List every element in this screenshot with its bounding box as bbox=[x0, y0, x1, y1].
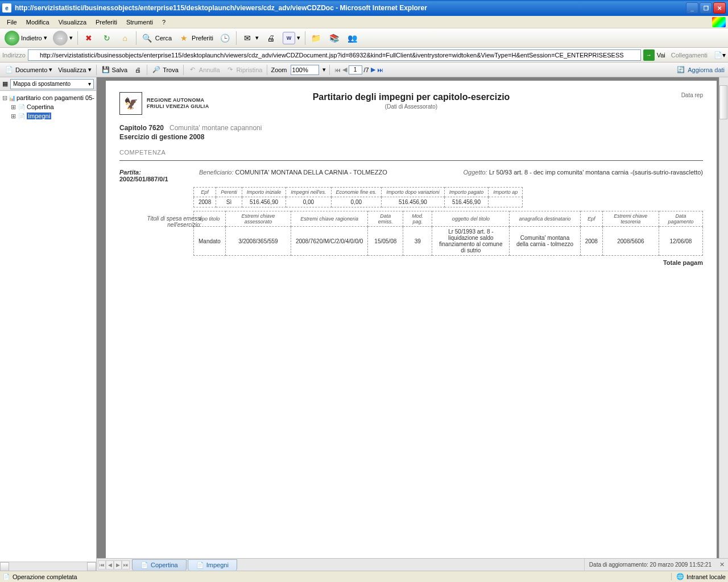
forward-icon: → bbox=[53, 31, 68, 45]
viewer-vscroll[interactable] bbox=[719, 77, 728, 562]
tab-impegni[interactable]: 📄Impegni bbox=[188, 559, 237, 571]
menu-modifica[interactable]: Modifica bbox=[22, 18, 54, 27]
nav-dropdown[interactable]: Mappa di spostamento▾ bbox=[10, 79, 94, 89]
intranet-icon: 🌐 bbox=[676, 573, 684, 580]
address-input[interactable] bbox=[28, 49, 641, 61]
address-label: Indirizzo bbox=[2, 52, 26, 59]
word-icon: W bbox=[283, 32, 295, 44]
status-text: Operazione completata bbox=[13, 573, 77, 580]
annulla-button: ↶Annulla bbox=[187, 65, 221, 74]
mail-icon: ✉ bbox=[241, 32, 254, 44]
collegamenti-label[interactable]: Collegamenti bbox=[668, 52, 711, 59]
nav-hscroll[interactable] bbox=[0, 562, 96, 571]
tab-next-button[interactable]: ▶ bbox=[114, 560, 122, 569]
visualizza-menu[interactable]: Visualizza ▾ bbox=[57, 66, 92, 73]
refresh-button[interactable]: ↻ bbox=[98, 31, 115, 45]
tab-icon: 📄 bbox=[196, 562, 204, 569]
titoli-label: Titoli di spesa emessi nell'esercizio: bbox=[133, 215, 201, 228]
totale-label: Totale pagam bbox=[119, 259, 703, 266]
menu-file[interactable]: File bbox=[2, 18, 22, 27]
security-zone: 🌐Intranet locale bbox=[671, 573, 726, 580]
menu-help[interactable]: ? bbox=[158, 18, 170, 27]
prev-page-button[interactable]: ◀ bbox=[342, 66, 347, 73]
report-subtitle: (Dati di Assessorato) bbox=[313, 103, 510, 110]
tab-prev-button[interactable]: ◀ bbox=[106, 560, 114, 569]
benef-value: COMUNITA' MONTANA DELLA CARNIA - TOLMEZZ… bbox=[235, 169, 387, 176]
tree-copertina[interactable]: ⊞📄Copertina bbox=[2, 102, 94, 111]
favorites-button[interactable]: ★Preferiti bbox=[175, 31, 216, 45]
detail-table: tipo titolo Estremi chiave assessorato E… bbox=[193, 211, 703, 256]
navigation-panel: ▦ Mappa di spostamento▾ ⊟📊partitario con… bbox=[0, 77, 97, 571]
competenza-label: COMPETENZA bbox=[119, 149, 703, 156]
minimize-button[interactable]: _ bbox=[686, 2, 698, 14]
find-icon: 🔎 bbox=[152, 65, 161, 74]
esercizio-label: Esercizio di gestione 2008 bbox=[119, 133, 703, 141]
tree-root[interactable]: ⊟📊partitario con pagamenti 05- bbox=[2, 93, 94, 102]
vai-label[interactable]: Vai bbox=[657, 52, 665, 59]
go-button[interactable]: → bbox=[643, 49, 655, 61]
star-icon: ★ bbox=[177, 32, 190, 44]
stop-button[interactable]: ✖ bbox=[80, 31, 97, 45]
mail-button[interactable]: ✉▾ bbox=[239, 31, 261, 45]
updated-label: Data di aggiornamento: 20 marzo 2009 11:… bbox=[584, 559, 716, 571]
tab-first-button[interactable]: ⏮ bbox=[98, 560, 106, 569]
search-button[interactable]: 🔍Cerca bbox=[139, 31, 174, 45]
menu-preferiti[interactable]: Preferiti bbox=[91, 18, 122, 27]
capitolo-label: Capitolo 7620 bbox=[119, 124, 164, 132]
page-input[interactable] bbox=[349, 65, 362, 74]
next-page-button[interactable]: ▶ bbox=[371, 66, 375, 73]
redo-icon: ↷ bbox=[226, 65, 235, 74]
print-button[interactable]: 🖨 bbox=[262, 31, 279, 45]
aggiorna-button[interactable]: 🔄Aggiorna dati bbox=[676, 65, 725, 74]
tool3-button[interactable]: 👥 bbox=[344, 31, 361, 45]
back-button[interactable]: ←Indietro ▾ bbox=[2, 30, 49, 47]
nav-toggle-icon[interactable]: ▦ bbox=[2, 80, 8, 88]
folder-icon: 📁 bbox=[310, 32, 322, 44]
undo-icon: ↶ bbox=[188, 65, 197, 74]
edit-button[interactable]: W▾ bbox=[280, 31, 303, 45]
window-title: http://servizistatistici/businessobjects… bbox=[15, 4, 686, 12]
partita-value: 2002/501/887/0/1 bbox=[119, 176, 188, 182]
document-icon: 📄 bbox=[5, 65, 14, 74]
region-name: REGIONE AUTONOMAFRIULI VENEZIA GIULIA bbox=[147, 97, 209, 110]
tab-copertina[interactable]: 📄Copertina bbox=[132, 559, 187, 571]
table-row: 2008 Sì 516.456,90 0,00 0,00 516.456,90 … bbox=[194, 197, 523, 207]
ms-logo-icon bbox=[712, 17, 726, 27]
table-row: Mandato 3/2008/365/559 2008/7620/M/C/2/0… bbox=[194, 227, 703, 256]
pdf-icon[interactable]: 📄▾ bbox=[713, 49, 726, 61]
salva-button[interactable]: 💾Salva bbox=[100, 65, 129, 74]
search-icon: 🔍 bbox=[141, 32, 154, 44]
report-page: 🦅 REGIONE AUTONOMAFRIULI VENEZIA GIULIA … bbox=[106, 81, 717, 559]
tab-icon: 📄 bbox=[140, 562, 148, 569]
report-title: Partitario degli impegni per capitolo-es… bbox=[313, 92, 510, 102]
tool2-button[interactable]: 📚 bbox=[326, 31, 343, 45]
data-rep-label: Data rep bbox=[681, 92, 703, 98]
page-icon: 📄 bbox=[18, 112, 26, 120]
tab-last-button[interactable]: ⏭ bbox=[122, 560, 130, 569]
tree-impegni[interactable]: ⊞📄Impegni bbox=[2, 111, 94, 120]
benef-label: Beneficiario: bbox=[199, 169, 234, 176]
partita-label: Partita: bbox=[119, 169, 188, 176]
home-button[interactable]: ⌂ bbox=[117, 31, 134, 45]
maximize-button[interactable]: ❐ bbox=[700, 2, 712, 14]
zoom-input[interactable] bbox=[291, 65, 319, 75]
last-page-button[interactable]: ⏭ bbox=[377, 66, 383, 73]
forward-button[interactable]: → ▾ bbox=[51, 30, 75, 47]
capitolo-desc: Comunita' montane capannoni bbox=[169, 124, 262, 132]
documento-menu[interactable]: 📄Documento ▾ bbox=[3, 65, 53, 74]
page-icon: 📄 bbox=[18, 103, 26, 111]
print-icon: 🖨 bbox=[264, 32, 277, 44]
status-bar: 📄 Operazione completata 🌐Intranet locale bbox=[0, 571, 728, 582]
menu-bar: File Modifica Visualizza Preferiti Strum… bbox=[0, 16, 728, 28]
tabs-close-button[interactable]: ✕ bbox=[716, 561, 728, 568]
first-page-button[interactable]: ⏮ bbox=[334, 66, 341, 73]
print-viewer-button[interactable]: 🖨 bbox=[132, 65, 143, 74]
refresh-icon: ↻ bbox=[101, 32, 113, 44]
close-button[interactable]: ✕ bbox=[713, 2, 726, 14]
menu-strumenti[interactable]: Strumenti bbox=[122, 18, 158, 27]
summary-table: Epf Perenti Importo iniziale Impegni nel… bbox=[193, 187, 523, 207]
history-button[interactable]: 🕒 bbox=[217, 31, 234, 45]
tool1-button[interactable]: 📁 bbox=[308, 31, 325, 45]
trova-button[interactable]: 🔎Trova bbox=[151, 65, 180, 74]
menu-visualizza[interactable]: Visualizza bbox=[54, 18, 91, 27]
